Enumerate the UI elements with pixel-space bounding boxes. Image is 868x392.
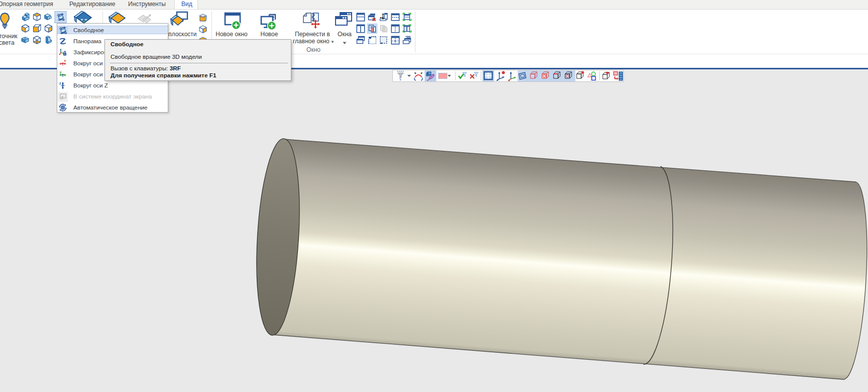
svg-text:y: y xyxy=(59,70,61,74)
svg-text:x: x xyxy=(64,59,66,62)
svg-text:z: z xyxy=(59,81,61,85)
